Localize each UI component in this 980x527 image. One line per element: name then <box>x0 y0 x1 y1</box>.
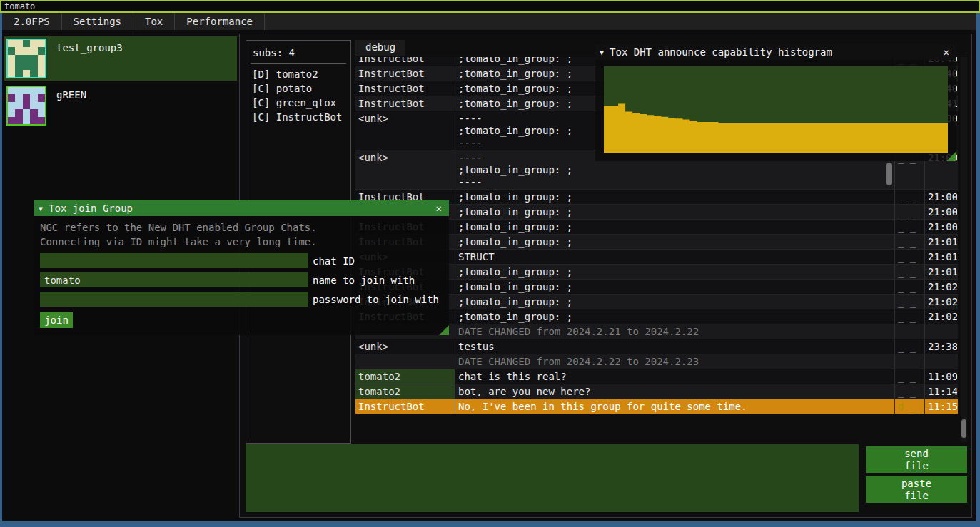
join-button[interactable]: join <box>40 312 73 328</box>
histogram-window-title: Tox DHT announce capability histogram <box>610 46 941 58</box>
separator <box>251 63 346 64</box>
tab-debug[interactable]: debug <box>355 40 405 56</box>
message-text: chat is this real? <box>455 369 894 384</box>
resize-grip[interactable] <box>439 325 449 335</box>
join-password-label: password to join with <box>313 294 439 305</box>
sender-name: InstructBot <box>355 57 455 66</box>
timestamp: 21:00 <box>924 220 957 234</box>
chat-message-row[interactable]: InstructBotNo, I've been in this group f… <box>355 399 958 414</box>
delivery-flags: _ _ <box>894 309 924 324</box>
group-item-green[interactable]: gREEN <box>4 83 237 128</box>
window-border-right <box>976 13 980 521</box>
timestamp <box>924 354 957 369</box>
chat-scrollbar-thumb[interactable] <box>961 419 966 438</box>
delivery-flags: _ _ <box>894 220 924 234</box>
delivery-flags: _ _ <box>894 235 924 249</box>
menu-settings[interactable]: Settings <box>62 13 133 30</box>
chat-message-row[interactable]: tomato2bot, are you new here?_ _11:14 <box>355 384 958 399</box>
sender-name: <unk> <box>355 111 455 150</box>
member-item[interactable]: [C] potato <box>246 81 350 96</box>
send-file-label-line1: send <box>904 448 929 460</box>
message-text: ;tomato_in_group: ; <box>455 295 894 309</box>
paste-file-label-line1: paste <box>901 478 931 490</box>
send-file-label-line2: file <box>904 460 929 472</box>
timestamp <box>924 324 957 339</box>
collapse-arrow-icon[interactable]: ▼ <box>600 48 604 56</box>
message-text: ;tomato_in_group: ; <box>455 309 894 324</box>
join-help-line1: NGC refers to the New DHT enabled Group … <box>40 220 443 235</box>
message-input[interactable] <box>246 444 859 512</box>
sender-name: <unk> <box>355 150 455 189</box>
member-item[interactable]: [C] green_qtox <box>246 96 350 110</box>
chat-message-row[interactable]: <unk>testus_ _23:38 <box>355 339 958 354</box>
delivery-flags <box>894 354 924 369</box>
group-name: test_group3 <box>56 42 123 81</box>
sender-name <box>355 354 455 369</box>
delivery-flags: _ _ <box>894 280 924 294</box>
sender-name: <unk> <box>355 339 455 354</box>
timestamp: 21:02 <box>924 309 957 324</box>
group-avatar <box>6 86 46 126</box>
chat-scrollbar[interactable] <box>961 57 967 442</box>
inner-scrollbar-thumb[interactable] <box>886 163 892 185</box>
menu-tox[interactable]: Tox <box>133 13 175 30</box>
window-title: tomato <box>4 1 35 11</box>
sender-name: InstructBot <box>355 81 455 96</box>
delivery-flags: _ _ <box>894 384 924 399</box>
message-text: STRUCT <box>455 250 894 264</box>
chat-id-input[interactable] <box>40 253 308 268</box>
timestamp: 11:09 <box>924 369 957 384</box>
join-window-body: NGC refers to the New DHT enabled Group … <box>34 216 449 335</box>
date-changed-text: DATE CHANGED from 2024.2.22 to 2024.2.23 <box>455 354 894 369</box>
delivery-flags: _ _ <box>894 369 924 384</box>
sender-name: InstructBot <box>355 66 455 81</box>
message-text: ;tomato_in_group: ; <box>455 190 894 204</box>
timestamp: 11:15 <box>924 399 957 414</box>
timestamp: 11:14 <box>924 384 957 399</box>
menu-performance[interactable]: Performance <box>175 13 265 30</box>
histogram-window-body <box>595 60 956 161</box>
paste-file-button[interactable]: paste file <box>866 476 967 503</box>
timestamp: 21:01 <box>924 265 957 279</box>
group-item-test-group3[interactable]: test_group3 <box>4 36 237 81</box>
collapse-arrow-icon[interactable]: ▼ <box>39 205 43 213</box>
date-separator-row: DATE CHANGED from 2024.2.22 to 2024.2.23 <box>355 354 958 369</box>
send-file-button[interactable]: send file <box>866 446 967 473</box>
resize-grip[interactable] <box>946 151 956 161</box>
join-password-input[interactable] <box>40 292 308 307</box>
paste-file-label-line2: file <box>904 490 929 502</box>
window-titlebar[interactable]: tomato <box>0 0 980 13</box>
menu-bar: 2.0FPS Settings Tox Performance <box>2 13 976 30</box>
delivery-flags: d _ <box>894 399 924 414</box>
delivery-flags: _ _ <box>894 205 924 219</box>
delivery-flags: _ _ <box>894 190 924 204</box>
join-window-titlebar[interactable]: ▼ Tox join Group ✕ <box>34 200 449 216</box>
close-icon[interactable]: ✕ <box>941 46 952 58</box>
sender-name: tomato2 <box>355 369 455 384</box>
close-icon[interactable]: ✕ <box>433 203 445 214</box>
histogram-window: ▼ Tox DHT announce capability histogram … <box>595 44 956 161</box>
timestamp: 21:02 <box>924 295 957 309</box>
histogram-bars <box>604 66 948 153</box>
message-text: No, I've been in this group for quite so… <box>455 399 894 414</box>
join-window-title: Tox join Group <box>49 203 433 214</box>
member-item[interactable]: [C] InstructBot <box>246 110 350 124</box>
join-name-input[interactable] <box>40 272 308 287</box>
member-item[interactable]: [D] tomato2 <box>246 67 350 81</box>
sender-name: tomato2 <box>355 384 455 399</box>
member-list: [D] tomato2[C] potato[C] green_qtox[C] I… <box>246 67 350 124</box>
window-border-bottom <box>0 521 980 527</box>
timestamp: 21:01 <box>924 250 957 264</box>
sender-name: InstructBot <box>355 399 455 414</box>
sender-name: InstructBot <box>355 96 455 111</box>
group-avatar <box>6 39 46 78</box>
histogram-window-titlebar[interactable]: ▼ Tox DHT announce capability histogram … <box>595 44 956 60</box>
join-name-label: name to join with <box>313 275 415 286</box>
chat-message-row[interactable]: tomato2chat is this real?_ _11:09 <box>355 369 958 384</box>
timestamp: 23:38 <box>924 339 957 354</box>
delivery-flags: _ _ <box>894 265 924 279</box>
fps-indicator: 2.0FPS <box>2 13 62 30</box>
delivery-flags <box>894 324 924 339</box>
timestamp: 21:00 <box>924 205 957 219</box>
message-text: bot, are you new here? <box>455 384 894 399</box>
